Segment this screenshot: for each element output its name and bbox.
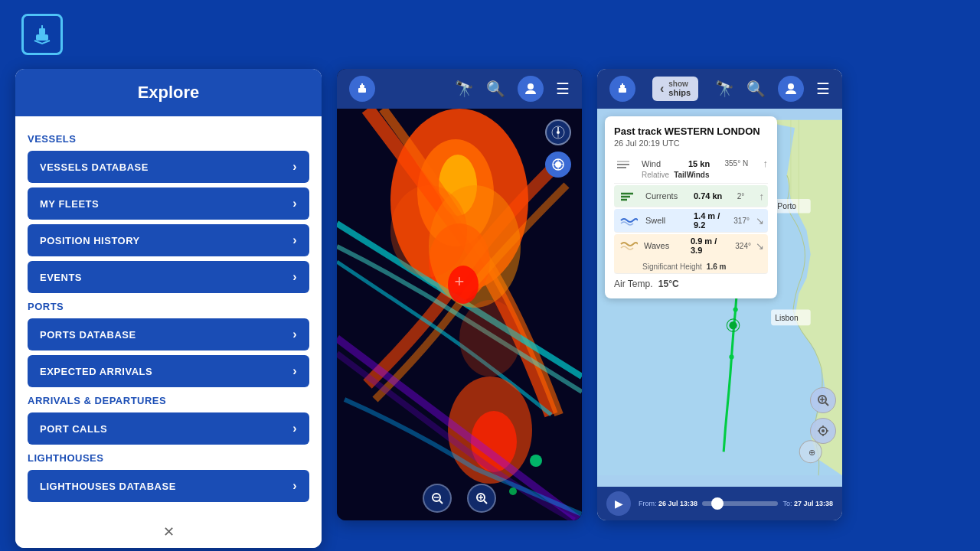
back-arrow-icon: ‹ [660,82,664,96]
close-button[interactable]: ✕ [163,523,175,540]
logo-ship [21,14,63,55]
right-ship-icon [615,81,630,96]
map-compass[interactable] [545,119,571,145]
right-ship-icon-btn[interactable] [609,76,635,102]
satellite-btn[interactable] [545,152,571,178]
section-ports-label: PORTS [28,301,309,312]
wind-dir-icon: ↑ [763,158,768,169]
current-value: 0.74 kn [694,191,722,201]
zoom-search-icon [430,491,444,505]
svg-point-49 [729,321,737,329]
right-topbar: ‹ show ships 🔭 🔍 ☰ [597,69,842,109]
wind-value: 15 kn [688,159,710,168]
timeline-thumb[interactable] [711,497,724,510]
swell-icon [618,212,639,229]
info-card-title: Past track WESTERN LONDON [614,126,768,137]
info-card: Past track WESTERN LONDON 26 Jul 20:19 U… [605,116,777,298]
waves-value: 0.9 m / 3.9 [691,236,730,255]
right-zoom-controls [810,387,836,444]
svg-text:Porto: Porto [777,202,796,210]
top-bar [0,0,980,69]
swell-dir-icon: ↘ [756,215,764,227]
svg-point-47 [733,307,738,311]
ship-icon [354,81,370,96]
explore-content: VESSELS VESSELS DATABASE › MY FLEETS › P… [15,116,322,516]
timeline-container: From: 26 Jul 13:38 To: 27 Jul 13:38 [639,500,833,507]
menu-events[interactable]: EVENTS › [28,261,309,293]
current-label: Currents [645,191,688,201]
menu-ports-database[interactable]: PORTS DATABASE › [28,318,309,350]
svg-rect-2 [41,25,43,28]
section-vessels-label: VESSELS [28,133,309,145]
svg-line-29 [439,500,443,504]
waves-sig-value: 1.6 m [707,262,727,271]
wind-icon [614,158,635,174]
chevron-my-fleets: › [292,197,297,210]
waves-icon [618,237,639,254]
explore-title: Explore [29,83,308,103]
svg-rect-35 [619,88,626,93]
current-svg-icon [619,190,638,202]
ship-icon-btn[interactable] [349,76,375,102]
show-ships-button[interactable]: ‹ show ships [652,77,698,100]
section-arrivals-label: ARRIVALS & DEPARTURES [28,395,309,406]
wind-relative-value: TailWinds [674,171,709,179]
time-to-label: To: 27 Jul 13:38 [782,500,833,507]
svg-point-19 [459,300,521,377]
search-icon[interactable]: 🔍 [486,80,505,98]
waves-dir-icon: ↘ [756,240,764,252]
svg-point-63 [822,429,825,432]
right-map-area: Lisbon Porto ⊕ [597,109,842,487]
right-user-icon-btn[interactable] [778,76,804,102]
svg-rect-3 [358,88,366,93]
waves-direction: 324° [735,242,751,250]
right-target-icon [816,424,830,438]
waves-svg-icon [619,240,638,252]
right-zoom-target-btn[interactable] [810,418,836,444]
swell-label: Swell [645,216,688,225]
menu-expected-arrivals[interactable]: EXPECTED ARRIVALS › [28,355,309,387]
info-row-waves: Waves 0.9 m / 3.9 324° ↘ Significant Hei… [614,234,768,274]
info-row-current: Currents 0.74 kn 2° ↑ [614,185,768,207]
map-area: + [337,109,582,520]
wind-label: Wind [642,159,684,168]
right-topbar-icons: 🔭 🔍 ☰ [715,76,830,102]
right-user-icon [784,82,798,96]
menu-position-history[interactable]: POSITION HISTORY › [28,224,309,256]
timeline-track[interactable] [702,501,778,506]
menu-my-fleets[interactable]: MY FLEETS › [28,187,309,220]
map-bottom-controls [337,484,582,513]
panels-container: Explore VESSELS VESSELS DATABASE › MY FL… [0,69,980,528]
binoculars-icon[interactable]: 🔭 [455,80,474,98]
menu-icon[interactable]: ☰ [556,80,570,98]
menu-lighthouses-database[interactable]: LIGHTHOUSES DATABASE › [28,470,309,502]
svg-rect-5 [361,83,363,85]
swell-value: 1.4 m / 9.2 [694,211,727,230]
zoom-in-btn[interactable] [467,484,496,513]
user-icon [524,82,537,96]
time-from-label: From: 26 Jul 13:38 [639,500,697,507]
right-binoculars-icon[interactable]: 🔭 [715,80,734,98]
waves-sig-label: Significant Height [642,262,702,271]
map-crosshair: + [455,272,465,292]
user-icon-btn[interactable] [518,76,544,102]
map-topbar-icons: 🔭 🔍 ☰ [455,76,570,102]
zoom-out-btn[interactable] [423,484,452,513]
info-card-date: 26 Jul 20:19 UTC [614,139,768,148]
waves-label: Waves [644,241,686,250]
ship-logo-icon [28,21,56,48]
chevron-ports-database: › [292,328,297,341]
wind-info: Wind 15 kn 355° N ↑ Relative TailWinds [642,158,768,179]
wind-direction: 355° N [724,159,748,168]
chevron-expected-arrivals: › [292,364,297,378]
current-dir-icon: ↑ [760,191,765,202]
right-menu-icon[interactable]: ☰ [816,80,830,98]
play-button[interactable]: ▶ [606,491,631,516]
menu-vessels-database[interactable]: VESSELS DATABASE › [28,151,309,183]
svg-rect-4 [360,85,364,88]
right-zoom-in-btn[interactable] [810,387,836,413]
menu-port-calls[interactable]: PORT CALLS › [28,412,309,445]
panel-right: ‹ show ships 🔭 🔍 ☰ [597,69,842,520]
right-search-icon[interactable]: 🔍 [746,80,766,98]
satellite-icon [550,157,566,172]
